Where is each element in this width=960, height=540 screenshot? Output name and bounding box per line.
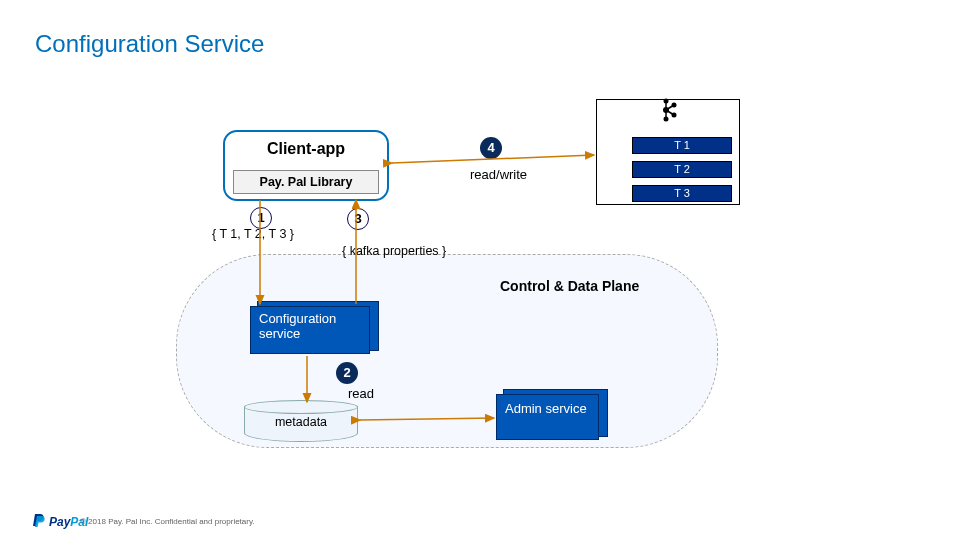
kafka-properties-text: { kafka properties }	[342, 244, 446, 258]
client-app-label: Client-app	[223, 140, 389, 158]
svg-line-12	[360, 418, 494, 420]
step-4-badge: 4	[480, 137, 502, 159]
admin-service-box: Admin service	[496, 394, 599, 440]
metadata-label: metadata	[244, 415, 358, 429]
configuration-service-box: Configuration service	[250, 306, 370, 354]
connectors	[0, 0, 960, 540]
kafka-icon	[660, 96, 678, 124]
brand-pay: Pay	[49, 515, 70, 529]
read-label: read	[348, 386, 374, 401]
page-title: Configuration Service	[35, 30, 264, 58]
topic-t2: T 2	[632, 161, 732, 178]
step-2-badge: 2	[336, 362, 358, 384]
topics-list-text: { T 1, T 2, T 3 }	[212, 227, 302, 241]
read-write-label: read/write	[470, 167, 527, 182]
step-1-badge: 1	[250, 207, 272, 229]
plane-label: Control & Data Plane	[500, 278, 639, 294]
step-3-badge: 3	[347, 208, 369, 230]
topic-t3: T 3	[632, 185, 732, 202]
paypal-library-box: Pay. Pal Library	[233, 170, 379, 194]
topic-t1: T 1	[632, 137, 732, 154]
metadata-db: metadata	[244, 400, 358, 442]
paypal-library-label: Pay. Pal Library	[260, 175, 353, 189]
footer-copyright: © 2018 Pay. Pal Inc. Confidential and pr…	[80, 517, 255, 526]
